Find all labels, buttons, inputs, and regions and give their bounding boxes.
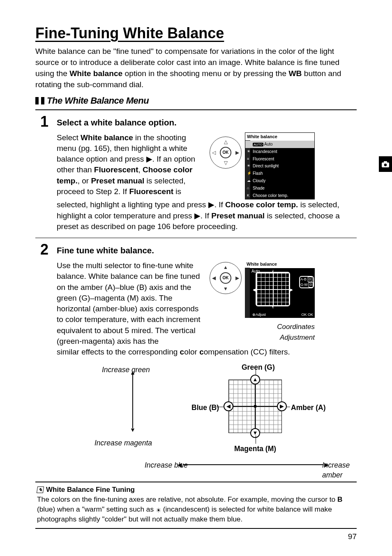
axis-diagram: Increase green Increase magenta Green (G… [70,362,357,469]
t: c [180,348,184,356]
lbl: Flash [253,171,263,176]
lcd-fine-tune-screen: White balance Auto ▲ ▼ ◀ ▶ A-B 0 [245,260,315,318]
up-triangle-icon: △ [224,139,228,146]
lcd2-footer: ⊕Adjust OK OK [252,312,313,317]
multi-selector-icon: △ ▽ ◁ ▶ OK [210,137,242,169]
foot-left: ⊕Adjust [252,312,266,317]
intro-white-balance: White balance [69,69,122,78]
t: , or [78,176,91,185]
lbl: Cloudy [253,178,265,183]
t: B [337,495,342,503]
shade-icon: ⌂ [247,185,249,190]
t: Preset manual [211,211,265,220]
header-blocks-icon [41,97,44,104]
incandescent-icon: ☀ [247,149,250,154]
note-body: The colors on the fine-tuning axes are r… [37,495,355,524]
t: c [199,348,204,356]
lcd1-item: ☁Cloudy [245,177,314,185]
step2-title: Fine tune white balance. [57,242,357,256]
step1-text-narrow: Select White balance in the shooting men… [57,132,205,200]
lcd2-captions: Coordinates Adjustment [277,321,315,342]
lcd1-item: ≡Fluorescent [245,155,314,163]
incandescent-inline-icon: ☀ [156,506,161,514]
lcd1-item: ☀Direct sunlight [245,162,314,170]
label-green: Green (G) [242,362,275,372]
lcd2-title: White balance [245,260,315,268]
pencil-icon: ✎ [37,486,44,493]
caption-coordinates: Coordinates [277,322,315,331]
fine-tune-grid [228,380,282,433]
t: The colors on the fine-tuning axes are r… [37,495,337,503]
step2-text-wide: similar effects to the corresponding col… [57,347,357,357]
down-triangle-icon: ▽ [224,160,228,167]
t: Fluorescent [129,187,173,196]
grid-callout-box [256,272,290,306]
note-title: ✎ White Balance Fine Tuning [37,486,355,494]
lbl: Direct sunlight [253,164,279,168]
label-increase-amber: Increase amber [322,460,357,480]
lbl: Incandescent [253,149,277,154]
left-triangle-icon: ◁ [212,149,216,156]
section-header: The White Balance Menu [35,95,357,106]
page-title: Fine-Tuning White Balance [35,25,357,42]
connector-line [256,436,256,444]
t: , [138,165,143,174]
label-increase-green: Increase green [102,365,150,375]
down-circle-icon: ▼ [250,428,260,438]
t: Preset manual [91,176,144,185]
t: ompensation (CC) filters. [204,348,290,356]
ok-button-icon: OK [220,147,231,158]
intro-wb: WB [289,69,302,78]
label-increase-magenta: Increase magenta [95,438,152,448]
t: (blue) when a "warm" setting such as [37,505,156,513]
note-box: ✎ White Balance Fine Tuning The colors o… [35,482,357,529]
t: similar effects to the corresponding [57,348,180,356]
label-magenta: Magenta (M) [234,444,276,454]
horizontal-arrow-icon [183,464,323,465]
multi-selector-icon: ▲ ▼ ◀ ▶ OK [210,262,242,294]
flash-icon: ⚡ [247,171,251,176]
t: is [173,187,181,196]
lcd-side-icons [245,268,250,318]
lcd1-item-auto: AUTOAuto [245,141,314,148]
lcd1-item: ⚡Flash [245,170,314,177]
t: olor [184,348,199,356]
t: Fluorescent [94,165,138,174]
step1-title: Select a white balance option. [57,114,357,128]
caption-adjustment: Adjustment [277,333,315,342]
page-number: 97 [348,532,357,541]
lcd-white-balance-menu: White balance ▶ AUTOAuto ☀Incandescent ≡… [245,132,315,200]
intro-paragraph: White balance can be "fine tuned" to com… [35,46,357,90]
foot-right: OK OK [301,312,313,317]
label-blue: Blue (B) [191,403,219,412]
note-title-text: White Balance Fine Tuning [46,486,135,494]
down-triangle-icon: ▼ [223,285,228,292]
lcd1-item: KChoose color temp. [245,192,314,199]
label-amber: Amber (A) [291,403,326,412]
lcd1-title: White balance [245,133,314,141]
step-number: 2 [40,242,51,473]
auto-chip: AUTO [253,143,263,146]
vertical-arrow-icon [132,375,133,428]
section-header-title: The White Balance Menu [47,95,149,106]
kelvin-icon: K [247,193,249,198]
t: selected, highlight a lighting type and … [57,200,225,209]
right-triangle-icon: ▶ [235,149,239,156]
cloudy-icon: ☁ [247,178,251,183]
fluorescent-icon: ≡ [247,156,249,161]
step-1: 1 Select a white balance option. Select … [35,110,357,238]
step-2: 2 Fine tune white balance. Use the multi… [35,238,357,479]
intro-text-2: option in the shooting menu or by pressi… [122,69,288,78]
step-number: 1 [40,114,51,232]
lbl: Choose color temp. [253,193,288,198]
header-blocks-icon [35,97,39,104]
right-triangle-icon: ▶ [235,275,239,282]
step1-text-wide: selected, highlight a lighting type and … [57,199,357,232]
sunlight-icon: ☀ [247,163,250,168]
side-tab-camera-icon [379,156,392,172]
lbl: Auto [264,142,273,146]
center-dot-icon [254,405,256,408]
svg-point-2 [384,163,387,167]
svg-rect-1 [384,161,387,163]
t: Use the multi selector to fine-tune whit… [57,261,201,345]
